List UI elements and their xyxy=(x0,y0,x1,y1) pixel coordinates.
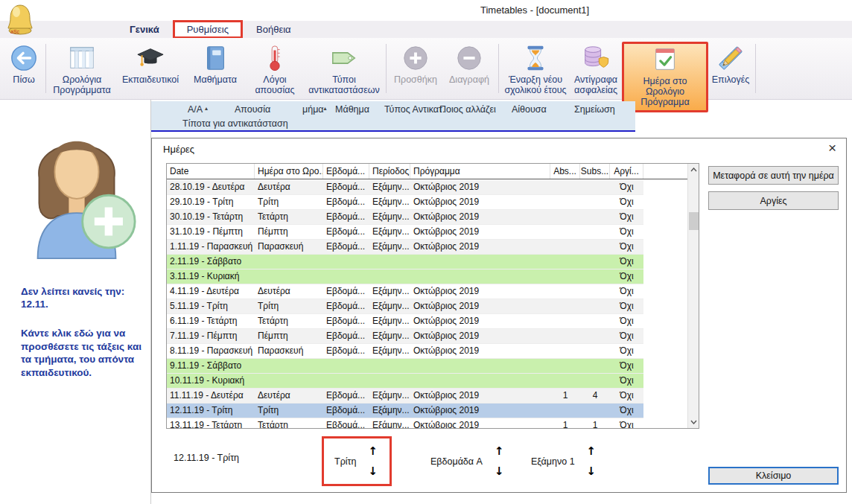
day-up-arrow-icon[interactable]: ↑ xyxy=(368,446,378,456)
cell-abs xyxy=(550,225,580,239)
table-row[interactable]: 8.11.19 - ΠαρασκευήΠαρασκευήΕβδομά...Εξά… xyxy=(167,344,643,359)
table-row[interactable]: 3.11.19 - ΚυριακήΌχι xyxy=(167,269,643,284)
cell-date: 11.11.19 - Δευτέρα xyxy=(167,389,255,403)
period-spinner-label: Εξάμηνο 1 xyxy=(531,456,575,467)
transfer-to-day-button[interactable]: Μεταφορά σε αυτή την ημέρα xyxy=(708,166,839,185)
toolbar-label: Μαθήματα xyxy=(194,74,237,85)
scroll-up-icon[interactable] xyxy=(688,164,699,176)
options-button[interactable]: Επιλογές xyxy=(708,42,753,85)
cell-hol: Όχι xyxy=(610,225,643,239)
col-day-in-timetable[interactable]: Ημέρα στο Ωρο... xyxy=(255,164,323,179)
col-substitutions[interactable]: Subs... xyxy=(580,164,610,179)
menu-item-settings[interactable]: Ρυθμίσεις xyxy=(173,20,243,39)
period-up-arrow-icon[interactable]: ↑ xyxy=(587,446,597,456)
col-holiday[interactable]: Αργί... xyxy=(610,164,643,179)
holidays-button[interactable]: Αργίες xyxy=(708,191,839,210)
cell-subs xyxy=(580,195,610,209)
scrollbar-thumb[interactable] xyxy=(689,212,699,230)
sidebar-status: Δεν λείπει κανείς την: 12.11. xyxy=(21,286,144,311)
cell-program: Οκτώβριος 2019 xyxy=(410,210,550,224)
cell-program: Οκτώβριος 2019 xyxy=(410,299,550,313)
menu-item-help[interactable]: Βοήθεια xyxy=(246,22,302,36)
bg-column-room[interactable]: Αίθουσα xyxy=(512,104,547,115)
cell-hol: Όχι xyxy=(610,255,643,269)
absent-teacher-avatar[interactable] xyxy=(16,107,137,262)
cell-day: Δευτέρα xyxy=(255,284,323,299)
cell-program: Οκτώβριος 2019 xyxy=(410,403,550,418)
week-spinner-arrows: ↑ ↓ xyxy=(495,446,504,476)
cell-date: 2.11.19 - Σάββατο xyxy=(167,255,255,269)
menu-bar: Γενικά Ρυθμίσεις Βοήθεια xyxy=(0,21,852,38)
table-row[interactable]: 5.11.19 - ΤρίτηΤρίτηΕβδομά...Εξάμην...Οκ… xyxy=(167,299,643,314)
bg-column-subject[interactable]: Μάθημα xyxy=(335,104,369,115)
table-row[interactable]: 9.11.19 - ΣάββατοΌχι xyxy=(167,359,643,374)
table-row[interactable]: 7.11.19 - ΠέμπτηΠέμπτηΕβδομά...Εξάμην...… xyxy=(167,329,643,344)
table-row[interactable]: 11.11.19 - ΔευτέραΔευτέραΕβδομά...Εξάμην… xyxy=(167,389,643,403)
bg-column-who-changes[interactable]: Ποιος αλλάζει xyxy=(439,104,496,115)
teachers-button[interactable]: Εκπαιδευτικοί xyxy=(115,42,185,85)
table-row[interactable]: 1.11.19 - ΠαρασκευήΠαρασκευήΕβδομά...Εξά… xyxy=(167,240,643,255)
vertical-scrollbar[interactable] xyxy=(687,164,699,428)
cell-period: Εξάμην... xyxy=(369,195,410,209)
table-row[interactable]: 6.11.19 - ΤετάρτηΤετάρτηΕβδομά...Εξάμην.… xyxy=(167,314,643,329)
table-row[interactable]: 10.11.19 - ΚυριακήΌχι xyxy=(167,374,643,389)
table-row[interactable]: 2.11.19 - ΣάββατοΌχι xyxy=(167,255,643,269)
backup-button[interactable]: Αντίγραφα ασφαλείας xyxy=(570,42,622,95)
absence-reasons-button[interactable]: Λόγοι απουσίας xyxy=(245,42,305,95)
new-school-year-button[interactable]: Έναρξη νέου σχολικού έτους xyxy=(501,42,570,95)
cell-period: Εξάμην... xyxy=(369,418,410,429)
app-bell-icon[interactable]: aSc xyxy=(5,2,35,36)
cell-week xyxy=(323,255,369,269)
col-program[interactable]: Πρόγραμμα xyxy=(410,164,550,179)
bg-column-substitution-type[interactable]: Τύπος Αντικατ. xyxy=(384,104,445,115)
table-row[interactable]: 12.11.19 - ΤρίτηΤρίτηΕβδομά...Εξάμην...Ο… xyxy=(167,403,643,418)
cell-date: 8.11.19 - Παρασκευή xyxy=(167,344,255,358)
back-button[interactable]: Πίσω xyxy=(4,42,43,85)
timetables-button[interactable]: Ωρολόγια Προγράμματα xyxy=(48,42,115,95)
cell-week: Εβδομά... xyxy=(323,240,369,254)
week-down-arrow-icon[interactable]: ↓ xyxy=(495,466,504,476)
col-week[interactable]: Εβδομά... xyxy=(323,164,369,179)
table-row[interactable]: 29.10.19 - ΤρίτηΤρίτηΕβδομά...Εξάμην...Ο… xyxy=(167,195,643,210)
table-row[interactable]: 28.10.19 - ΔευτέραΔευτέραΕβδομά...Εξάμην… xyxy=(167,180,643,195)
scroll-down-icon[interactable] xyxy=(688,416,699,428)
sidebar-hint[interactable]: Κάντε κλικ εδώ για να προσθέσετε τις τάξ… xyxy=(21,327,146,379)
cell-day xyxy=(255,255,323,269)
bg-column-class[interactable]: μήμα▴ xyxy=(302,104,327,115)
cell-day xyxy=(255,269,323,284)
col-period[interactable]: Περίοδος xyxy=(369,164,410,179)
cell-hol: Όχι xyxy=(610,269,643,284)
col-absents[interactable]: Abs... xyxy=(550,164,580,179)
cell-week: Εβδομά... xyxy=(323,344,369,358)
table-row[interactable]: 4.11.19 - ΔευτέραΔευτέραΕβδομά...Εξάμην.… xyxy=(167,284,643,299)
back-icon xyxy=(10,44,38,72)
toolbar-label: Αντίγραφα ασφαλείας xyxy=(570,74,622,95)
col-date[interactable]: Date xyxy=(167,164,255,179)
menu-item-general[interactable]: Γενικά xyxy=(119,22,170,36)
bg-column-id[interactable]: A/A ▴ xyxy=(188,104,208,115)
table-row[interactable]: 13.11.19 - ΤετάρτηΤετάρτηΕβδομά...Εξάμην… xyxy=(167,418,643,429)
toolbar-label: Διαγραφή xyxy=(449,74,489,85)
cell-date: 31.10.19 - Πέμπτη xyxy=(167,225,255,239)
cell-date: 10.11.19 - Κυριακή xyxy=(167,374,255,388)
cell-program: Οκτώβριος 2019 xyxy=(410,418,550,429)
substitution-types-button[interactable]: Τύποι αντικαταστάσεων xyxy=(305,42,384,95)
period-down-arrow-icon[interactable]: ↓ xyxy=(587,466,597,476)
day-down-arrow-icon[interactable]: ↓ xyxy=(368,466,378,476)
toolbar-separator xyxy=(498,44,499,93)
cell-period: Εξάμην... xyxy=(369,389,410,403)
cell-hol: Όχι xyxy=(610,314,643,328)
cell-week: Εβδομά... xyxy=(323,418,369,429)
toolbar-label: Λόγοι απουσίας xyxy=(245,74,305,95)
close-dialog-button[interactable]: Κλείσιμο xyxy=(708,467,839,485)
bg-column-absence[interactable]: Απουσία xyxy=(235,104,270,115)
table-row[interactable]: 31.10.19 - ΠέμπτηΠέμπτηΕβδομά...Εξάμην..… xyxy=(167,225,643,240)
bg-column-note[interactable]: Σημείωση xyxy=(574,104,615,115)
table-row[interactable]: 30.10.19 - ΤετάρτηΤετάρτηΕβδομά...Εξάμην… xyxy=(167,210,643,225)
week-up-arrow-icon[interactable]: ↑ xyxy=(495,446,504,456)
subjects-button[interactable]: Μαθήματα xyxy=(185,42,245,85)
cell-day: Τρίτη xyxy=(255,299,323,313)
day-spinner: Τρίτη ↑ ↓ xyxy=(322,436,392,486)
cell-abs xyxy=(550,180,580,194)
close-icon[interactable]: × xyxy=(828,140,836,156)
